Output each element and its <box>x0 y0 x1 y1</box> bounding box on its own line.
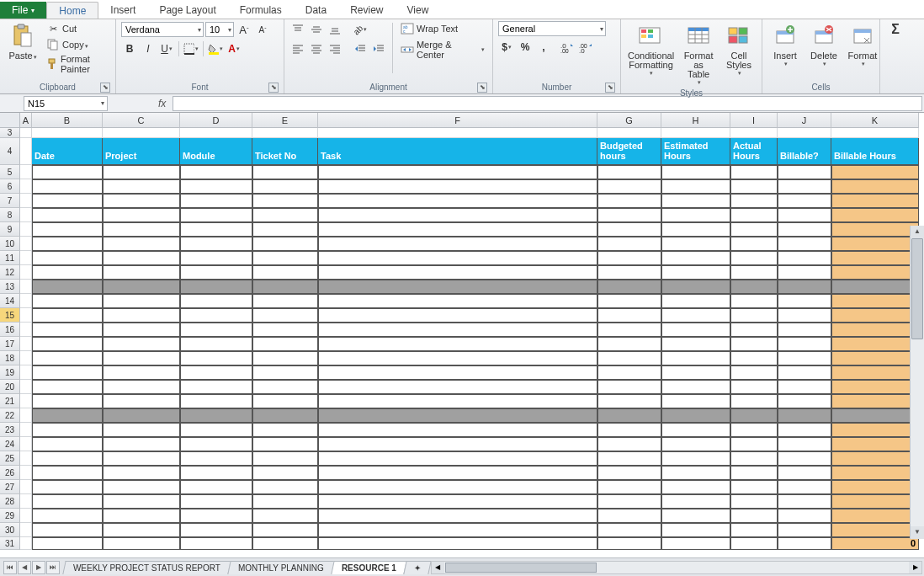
cell-E22[interactable] <box>252 408 318 423</box>
cell-J21[interactable] <box>778 394 831 408</box>
cell-C19[interactable] <box>103 365 180 380</box>
column-header-A[interactable]: A <box>20 113 32 128</box>
cell-A3[interactable] <box>20 128 32 138</box>
cell-F29[interactable] <box>318 509 597 523</box>
cell-H17[interactable] <box>661 337 730 351</box>
cell-F17[interactable] <box>318 337 597 351</box>
cell-C16[interactable] <box>103 323 180 337</box>
cell-A21[interactable] <box>20 394 32 408</box>
scroll-up-arrow[interactable]: ▲ <box>911 226 924 238</box>
row-header-7[interactable]: 7 <box>0 194 20 208</box>
tab-formulas[interactable]: Formulas <box>228 2 294 19</box>
cell-K30[interactable]: 0 <box>831 523 919 537</box>
cell-E5[interactable] <box>252 165 318 179</box>
cell-I24[interactable] <box>730 437 778 451</box>
italic-button[interactable]: I <box>140 40 157 57</box>
cell-A25[interactable] <box>20 451 32 466</box>
cell-E25[interactable] <box>252 451 318 466</box>
cell-K6[interactable] <box>831 179 919 194</box>
cell-A20[interactable] <box>20 380 32 394</box>
cell-B7[interactable] <box>32 194 103 208</box>
cell-H7[interactable] <box>661 194 730 208</box>
align-center-button[interactable] <box>308 40 325 57</box>
sheet-tab[interactable]: RESOURCE 1 <box>331 561 406 574</box>
cell-A28[interactable] <box>20 494 32 509</box>
accounting-format-button[interactable]: $ <box>498 39 515 56</box>
cell-J25[interactable] <box>778 451 831 466</box>
cell-J3[interactable] <box>778 128 831 138</box>
cell-G7[interactable] <box>597 194 661 208</box>
cell-J22[interactable] <box>778 408 831 423</box>
cell-J15[interactable] <box>778 308 831 323</box>
cell-G12[interactable] <box>597 265 661 280</box>
cell-A22[interactable] <box>20 408 32 423</box>
cell-G26[interactable] <box>597 466 661 480</box>
cell-J23[interactable] <box>778 423 831 437</box>
wrap-text-button[interactable]: abcWrap Text <box>398 21 487 36</box>
cell-D24[interactable] <box>180 437 252 451</box>
number-dialog-launcher[interactable]: ⬊ <box>605 83 615 93</box>
cell-I28[interactable] <box>730 494 778 509</box>
row-header-10[interactable]: 10 <box>0 237 20 251</box>
column-header-F[interactable]: F <box>318 113 597 128</box>
row-header-31[interactable]: 31 <box>0 537 20 550</box>
cell-B10[interactable] <box>32 237 103 251</box>
shrink-font-button[interactable]: Aˇ <box>254 21 271 38</box>
column-header-B[interactable]: B <box>32 113 103 128</box>
cell-D16[interactable] <box>180 323 252 337</box>
row-header-26[interactable]: 26 <box>0 466 20 480</box>
row-header-3[interactable]: 3 <box>0 128 20 138</box>
cell-H23[interactable] <box>661 423 730 437</box>
cell-B19[interactable] <box>32 365 103 380</box>
cell-J28[interactable] <box>778 494 831 509</box>
cell-I13[interactable] <box>730 280 778 294</box>
cell-H22[interactable] <box>661 408 730 423</box>
cell-B27[interactable] <box>32 480 103 494</box>
cell-F24[interactable] <box>318 437 597 451</box>
cell-H15[interactable] <box>661 308 730 323</box>
cell-styles-button[interactable]: Cell Styles <box>721 21 757 78</box>
cell-K25[interactable]: 0 <box>831 451 919 466</box>
cell-G14[interactable] <box>597 294 661 308</box>
cell-H10[interactable] <box>661 237 730 251</box>
cell-G20[interactable] <box>597 380 661 394</box>
column-header-C[interactable]: C <box>103 113 180 128</box>
cell-K15[interactable] <box>831 308 919 323</box>
cell-D27[interactable] <box>180 480 252 494</box>
cell-J12[interactable] <box>778 265 831 280</box>
cell-I20[interactable] <box>730 380 778 394</box>
cell-G29[interactable] <box>597 509 661 523</box>
cell-E4[interactable]: Ticket No <box>252 138 318 165</box>
row-header-9[interactable]: 9 <box>0 222 20 237</box>
cell-C15[interactable] <box>103 308 180 323</box>
cell-B30[interactable] <box>32 523 103 537</box>
column-header-D[interactable]: D <box>180 113 252 128</box>
cell-G30[interactable] <box>597 523 661 537</box>
cell-E26[interactable] <box>252 466 318 480</box>
autosum-button[interactable]: Σ <box>885 21 905 38</box>
cut-button[interactable]: ✂Cut <box>44 21 110 36</box>
cell-B11[interactable] <box>32 251 103 265</box>
cell-G21[interactable] <box>597 394 661 408</box>
cell-E10[interactable] <box>252 237 318 251</box>
align-top-button[interactable] <box>289 21 306 38</box>
cell-I18[interactable] <box>730 351 778 365</box>
cell-B14[interactable] <box>32 294 103 308</box>
sheet-tab[interactable]: WEEKLY PROJECT STATUS REPORT <box>62 561 231 574</box>
cell-G18[interactable] <box>597 351 661 365</box>
cell-A17[interactable] <box>20 337 32 351</box>
cell-A23[interactable] <box>20 423 32 437</box>
cell-G8[interactable] <box>597 208 661 222</box>
cell-A26[interactable] <box>20 466 32 480</box>
cell-H6[interactable] <box>661 179 730 194</box>
cell-D9[interactable] <box>180 222 252 237</box>
cell-D13[interactable] <box>180 280 252 294</box>
cell-J17[interactable] <box>778 337 831 351</box>
cell-D5[interactable] <box>180 165 252 179</box>
cell-K28[interactable]: 0 <box>831 494 919 509</box>
cell-D14[interactable] <box>180 294 252 308</box>
cell-I21[interactable] <box>730 394 778 408</box>
cell-B21[interactable] <box>32 394 103 408</box>
cell-K14[interactable] <box>831 294 919 308</box>
cell-H19[interactable] <box>661 365 730 380</box>
